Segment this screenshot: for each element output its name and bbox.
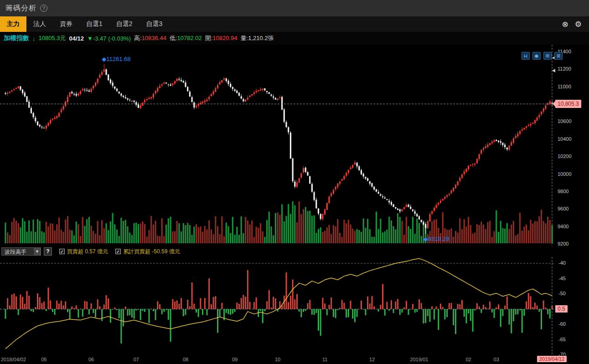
last-value-tag: 0.5 [555, 305, 568, 313]
netbuy-bars [5, 270, 553, 343]
tab-list: 主力法人資券自選1自選2自選3 [0, 16, 169, 32]
chip-analysis-app: 籌碼分析 ? 主力法人資券自選1自選2自選3 ⊗ ⚙ 加權指數 ↓ 10805.… [0, 0, 589, 364]
save-icon[interactable]: H [522, 52, 530, 60]
checkbox-checked-icon: ✓ [59, 249, 65, 254]
last-price: 10805.3元 [39, 34, 66, 42]
day-volume: 1,210.2張 [248, 35, 274, 41]
price-axis: 1140011200110001080010600104001020010000… [556, 45, 589, 246]
symbol-name: 加權指數 [4, 34, 29, 42]
time-axis-label: 12 [369, 357, 375, 362]
time-axis-label: 2019/01 [410, 357, 429, 362]
tab-2[interactable]: 法人 [26, 16, 53, 32]
quote-date: 04/12 [69, 35, 84, 42]
main-candlestick-chart[interactable]: ◆11261.68◆9319.28 [0, 45, 589, 246]
chart-toolbar: H◉⊞≣ [522, 52, 563, 60]
tabbar-actions: ⊗ ⚙ [562, 16, 589, 32]
low-marker: ◆9319.28 [424, 236, 450, 242]
tab-3[interactable]: 資券 [53, 16, 79, 32]
down-arrow-icon: ↓ [32, 35, 36, 42]
time-axis-label: 2018/04/02 [1, 357, 26, 362]
time-axis-label: 06 [88, 357, 94, 362]
day-low: 10782.02 [177, 35, 202, 41]
indicator-axis-label: -50 [558, 291, 566, 296]
cumulative-checkbox-label: 累計買賣超 -50.59 億元 [123, 248, 180, 256]
netbuy-checkbox[interactable]: ✓ 買賣超 0.57 億元 [59, 248, 108, 256]
tab-4[interactable]: 自選1 [79, 16, 109, 32]
gear-icon[interactable]: ⚙ [575, 20, 582, 29]
time-axis-label: 07 [134, 357, 139, 362]
price-change: ▼-3.47 (-0.03%) [87, 35, 131, 42]
checkbox-checked-icon: ✓ [115, 249, 121, 254]
price-axis-label: 10400 [558, 136, 572, 142]
time-axis-label: 03 [494, 357, 499, 362]
day-open: 10820.94 [212, 35, 237, 41]
close-icon[interactable]: ⊗ [562, 20, 568, 29]
price-axis-label: 9800 [558, 189, 568, 194]
tabbar: 主力法人資券自選1自選2自選3 ⊗ ⚙ [0, 16, 589, 32]
high-marker: ◆11261.68 [102, 56, 130, 62]
indicator-axis-label: -45 [558, 276, 566, 281]
time-axis-label: 09 [232, 357, 238, 362]
tab-5[interactable]: 自選2 [109, 16, 140, 32]
quote-bar: 加權指數 ↓ 10805.3元 04/12 ▼-3.47 (-0.03%) 高:… [0, 32, 589, 45]
volume-label: 量: [241, 35, 248, 41]
popout-icon[interactable]: ⊞ [543, 52, 552, 60]
tab-1[interactable]: 主力 [0, 16, 26, 32]
axis-marker-icon [552, 69, 555, 72]
help-icon[interactable]: ? [40, 5, 47, 12]
strategy-select[interactable]: 波段高手 ▼ [1, 247, 41, 256]
indicator-axis-label: -60 [558, 321, 566, 327]
layout-icon[interactable]: ≣ [554, 52, 563, 60]
day-high: 10836.44 [142, 35, 166, 41]
titlebar: 籌碼分析 ? [0, 0, 589, 16]
high-label: 高: [134, 35, 142, 41]
time-axis-label: 08 [183, 357, 188, 362]
indicator-panel-header: 波段高手 ▼ ? ✓ 買賣超 0.57 億元 ✓ 累計買賣超 -50.59 億元 [0, 246, 589, 257]
price-axis-label: 11200 [558, 66, 571, 72]
chart-area: ◆11261.68◆9319.28 1140011200110001080010… [0, 45, 589, 364]
indicator-axis-label: -65 [558, 337, 566, 342]
candlesticks [5, 64, 553, 234]
time-axis: 2019/04/12 2018/04/020506070809101112201… [0, 355, 589, 364]
indicator-axis-label: -40 [558, 260, 566, 266]
volume-bars [5, 201, 553, 243]
snapshot-icon[interactable]: ◉ [532, 52, 541, 60]
indicator-chart[interactable] [0, 257, 589, 355]
price-axis-label: 9400 [558, 224, 568, 229]
price-axis-label: 10000 [558, 171, 572, 177]
last-price-tag: 10,805.3 [555, 100, 581, 108]
time-axis-label: 02 [465, 357, 471, 362]
indicator-help-button[interactable]: ? [44, 247, 52, 256]
time-axis-label: 11 [322, 357, 327, 362]
chevron-down-icon: ▼ [34, 248, 41, 255]
cumulative-checkbox[interactable]: ✓ 累計買賣超 -50.59 億元 [115, 248, 180, 256]
strategy-select-label: 波段高手 [2, 248, 34, 255]
open-label: 開: [205, 35, 213, 41]
low-label: 低: [170, 35, 177, 41]
netbuy-checkbox-label: 買賣超 0.57 億元 [67, 248, 108, 256]
current-date-tag: 2019/04/12 [537, 356, 567, 362]
page-title: 籌碼分析 [5, 4, 36, 13]
time-axis-label: 10 [275, 357, 280, 362]
time-axis-label: 05 [41, 357, 46, 362]
tab-6[interactable]: 自選3 [140, 16, 170, 32]
price-axis-label: 10600 [558, 118, 572, 124]
price-axis-label: 10200 [558, 154, 572, 159]
price-axis-label: 9600 [558, 206, 568, 211]
price-axis-label: 11000 [558, 84, 571, 89]
